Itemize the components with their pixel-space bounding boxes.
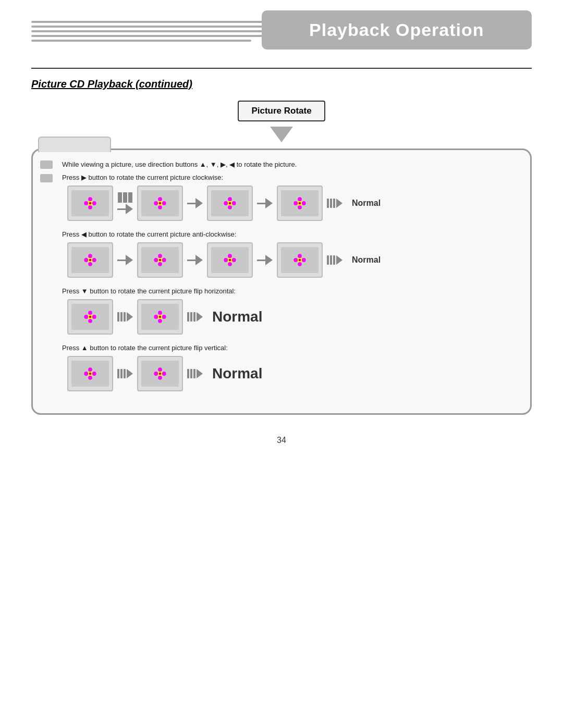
arrow-cw-4 — [327, 199, 342, 208]
svg-point-37 — [162, 258, 166, 262]
flower-fv-1 — [83, 366, 97, 381]
clockwise-label: Press ▶ button to rotate the current pic… — [62, 174, 516, 181]
header-line-2 — [31, 26, 293, 28]
arrow-acw-3 — [257, 255, 273, 265]
svg-point-18 — [224, 201, 228, 205]
screen-fh-2 — [141, 304, 179, 330]
arrow-cw-2 — [187, 198, 203, 208]
screen-acw-2 — [141, 247, 179, 273]
svg-point-3 — [84, 201, 88, 205]
svg-point-20 — [229, 202, 231, 205]
svg-point-24 — [298, 205, 302, 209]
header-line-5 — [31, 40, 251, 42]
screen-acw-4 — [281, 247, 319, 273]
svg-point-72 — [88, 376, 92, 380]
svg-point-1 — [88, 197, 92, 201]
flower-cw-2 — [153, 196, 167, 211]
svg-point-71 — [88, 367, 92, 372]
screen-acw-3 — [211, 247, 249, 273]
svg-point-46 — [224, 258, 228, 262]
arrow-fh-1 — [117, 312, 133, 322]
svg-point-73 — [84, 372, 88, 376]
arrow-fv-1 — [117, 369, 133, 378]
clockwise-section: Press ▶ button to rotate the current pic… — [62, 174, 516, 221]
flip-h-row: Normal — [62, 299, 516, 335]
svg-point-66 — [162, 315, 166, 319]
screen-fv-1 — [71, 361, 109, 387]
svg-point-17 — [232, 201, 236, 205]
svg-point-27 — [299, 202, 301, 205]
anticlockwise-label-text: Press ◀ button to rotate the current pic… — [62, 230, 236, 238]
flip-v-label: Press ▲ button to rotate the current pic… — [62, 344, 516, 352]
svg-point-83 — [159, 373, 162, 375]
flower-fh-2 — [153, 310, 167, 324]
arrow-acw-4 — [327, 255, 342, 265]
main-content-box: While viewing a picture, use direction b… — [31, 149, 532, 415]
monitor-cw-4 — [277, 186, 323, 221]
arrow-acw-2 — [187, 255, 203, 265]
svg-point-16 — [228, 197, 232, 201]
arrow-fv-2 — [187, 369, 203, 378]
svg-point-69 — [159, 316, 162, 318]
flower-acw-3 — [223, 253, 237, 267]
svg-point-8 — [162, 201, 166, 205]
device-icon-1 — [40, 161, 53, 169]
svg-point-32 — [92, 258, 96, 262]
svg-point-58 — [88, 319, 92, 323]
normal-fh: Normal — [212, 309, 262, 325]
section-title: Picture CD Playback (continued) — [31, 78, 532, 90]
anticlockwise-row: Normal — [62, 242, 516, 278]
flower-fv-2 — [153, 366, 167, 381]
anticlockwise-section: Press ◀ button to rotate the current pic… — [62, 230, 516, 278]
svg-point-60 — [92, 315, 96, 319]
header: Playback Operation — [31, 0, 532, 16]
device-icons — [40, 161, 53, 182]
svg-point-36 — [154, 258, 158, 262]
svg-point-45 — [232, 258, 236, 262]
svg-point-44 — [228, 254, 232, 258]
svg-point-4 — [92, 201, 96, 205]
header-divider — [31, 68, 532, 69]
header-line-4 — [31, 35, 265, 37]
svg-point-23 — [302, 201, 306, 205]
monitor-acw-1 — [67, 242, 113, 278]
svg-point-48 — [229, 259, 231, 262]
screen-fv-2 — [141, 361, 179, 387]
svg-point-65 — [158, 319, 162, 323]
svg-point-51 — [302, 258, 306, 262]
monitor-cw-2 — [137, 186, 183, 221]
flower-fh-1 — [83, 310, 97, 324]
svg-point-13 — [159, 202, 162, 205]
page-number: 34 — [0, 436, 563, 445]
svg-point-31 — [84, 258, 88, 262]
header-line-3 — [31, 30, 279, 32]
svg-point-38 — [158, 262, 162, 266]
svg-point-22 — [293, 201, 298, 205]
svg-point-10 — [158, 197, 162, 201]
screen-acw-1 — [71, 247, 109, 273]
svg-point-67 — [154, 315, 158, 319]
normal-fv: Normal — [212, 365, 262, 382]
svg-point-79 — [158, 367, 162, 372]
monitor-fh-2 — [137, 299, 183, 335]
monitor-cw-1 — [67, 186, 113, 221]
svg-point-41 — [159, 259, 162, 262]
svg-point-43 — [228, 262, 232, 266]
svg-point-59 — [84, 315, 88, 319]
clockwise-row: Normal — [62, 186, 516, 221]
svg-point-9 — [154, 201, 158, 205]
arrow-cw-3 — [257, 198, 273, 208]
svg-point-39 — [158, 254, 162, 258]
screen-cw-3 — [211, 190, 249, 216]
arrow-cw-1 — [117, 192, 133, 214]
normal-acw: Normal — [352, 255, 381, 265]
monitor-fh-1 — [67, 299, 113, 335]
screen-cw-1 — [71, 190, 109, 216]
rotate-label-box: Picture Rotate — [238, 101, 325, 121]
arrow-fh-2 — [187, 312, 203, 322]
monitor-cw-3 — [207, 186, 253, 221]
flip-h-label: Press ▼ button to rotate the current pic… — [62, 287, 516, 295]
monitor-acw-2 — [137, 242, 183, 278]
svg-point-50 — [293, 258, 298, 262]
instruction-main: While viewing a picture, use direction b… — [62, 161, 516, 168]
